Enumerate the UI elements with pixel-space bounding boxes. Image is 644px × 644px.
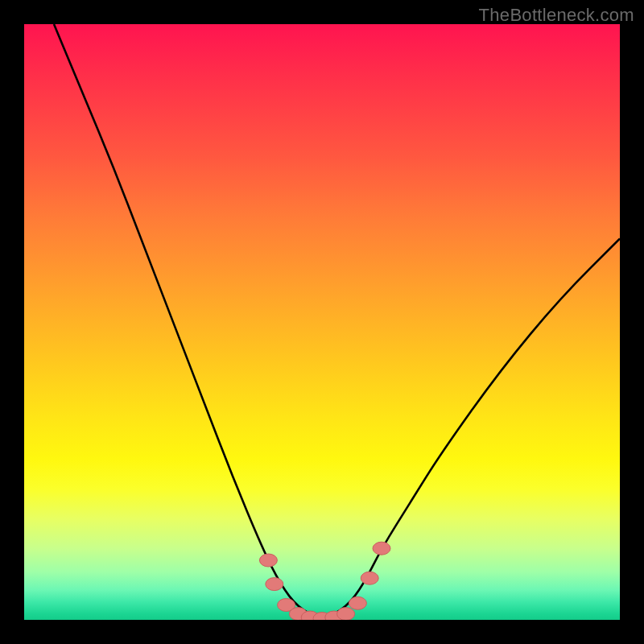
optimal-markers — [259, 542, 390, 620]
marker-dot — [337, 608, 355, 620]
curve-layer — [24, 24, 620, 620]
chart-frame: TheBottleneck.com — [0, 0, 644, 644]
bottleneck-curve — [54, 24, 620, 617]
marker-dot — [259, 554, 277, 567]
plot-area — [24, 24, 620, 620]
watermark-text: TheBottleneck.com — [479, 5, 634, 26]
marker-dot — [373, 542, 390, 555]
marker-dot — [349, 597, 366, 609]
marker-dot — [361, 572, 378, 584]
marker-dot — [266, 578, 283, 591]
